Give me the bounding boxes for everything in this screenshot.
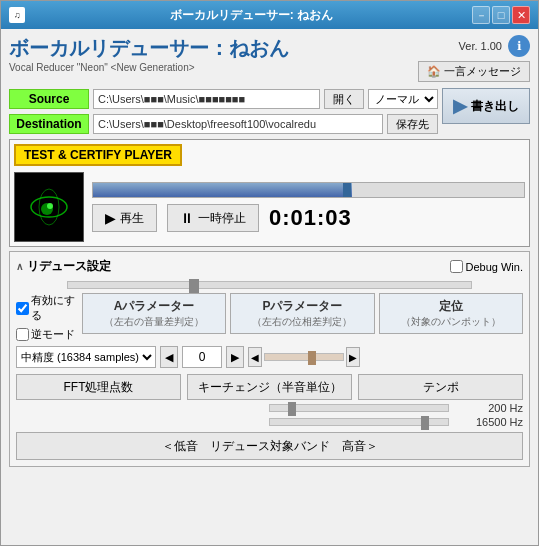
freq-label-1: 200 Hz <box>453 402 523 414</box>
header-area: ボーカルリデューサー：ねおん Vocal Reducer "Neon" <New… <box>9 35 530 82</box>
close-button[interactable]: ✕ <box>512 6 530 24</box>
enable-checkbox-area: 有効にする <box>16 293 76 323</box>
maximize-button[interactable]: □ <box>492 6 510 24</box>
freq-thumb-2[interactable] <box>421 416 429 430</box>
file-rows-left: Source C:\Users\■■■\Music\■■■■■■■ 開く ノーマ… <box>9 88 438 135</box>
freq-row-1: 200 Hz <box>269 402 523 414</box>
time-display: 0:01:03 <box>269 205 352 231</box>
freq-thumb-1[interactable] <box>288 402 296 416</box>
destination-label: Destination <box>9 114 89 134</box>
collapse-button[interactable]: ∧ <box>16 261 23 272</box>
play-button[interactable]: ▶ 再生 <box>92 204 157 232</box>
freq-section: 200 Hz 16500 Hz <box>16 402 523 428</box>
app-icon: ♫ <box>9 7 25 23</box>
app-title-area: ボーカルリデューサー：ねおん Vocal Reducer "Neon" <New… <box>9 35 418 73</box>
destination-path: C:\Users\■■■\Desktop\freesoft100\vocalre… <box>93 114 383 134</box>
source-path: C:\Users\■■■\Music\■■■■■■■ <box>93 89 320 109</box>
player-inner: ▶ 再生 ⏸ 一時停止 0:01:03 <box>14 172 525 242</box>
mode-select[interactable]: ノーマル <box>368 89 438 109</box>
function-buttons: FFT処理点数 キーチェンジ（半音単位） テンポ <box>16 374 523 400</box>
main-slider-thumb[interactable] <box>189 279 199 293</box>
window-controls: － □ ✕ <box>472 6 530 24</box>
main-content: ボーカルリデューサー：ねおん Vocal Reducer "Neon" <New… <box>1 29 538 545</box>
svg-point-4 <box>47 203 53 209</box>
reverse-checkbox-area: 逆モード <box>16 327 76 342</box>
header-right: Ver. 1.00 ℹ 🏠 一言メッセージ <box>418 35 530 82</box>
pos-slider-thumb[interactable] <box>308 351 316 365</box>
value-left-button[interactable]: ◀ <box>160 346 178 368</box>
test-certify-label: TEST & CERTIFY PLAYER <box>14 144 182 166</box>
param-p-box: Pパラメーター （左右の位相差判定） <box>230 293 374 334</box>
player-controls: ▶ 再生 ⏸ 一時停止 0:01:03 <box>92 182 525 232</box>
file-rows: Source C:\Users\■■■\Music\■■■■■■■ 開く ノーマ… <box>9 88 530 135</box>
visualizer <box>14 172 84 242</box>
freq-slider-2[interactable] <box>269 418 449 426</box>
source-label: Source <box>9 89 89 109</box>
progress-slider[interactable] <box>92 182 525 198</box>
pos-slider-track[interactable] <box>264 353 344 361</box>
reduce-slider-row <box>16 281 523 289</box>
main-window: ♫ ボーカルリデューサー: ねおん － □ ✕ ボーカルリデューサー：ねおん V… <box>0 0 539 546</box>
source-row: Source C:\Users\■■■\Music\■■■■■■■ 開く ノーマ… <box>9 88 438 110</box>
fft-button[interactable]: FFT処理点数 <box>16 374 181 400</box>
play-icon: ▶ <box>105 210 116 226</box>
app-title: ボーカルリデューサー：ねおん <box>9 35 418 62</box>
info-button[interactable]: ℹ <box>508 35 530 57</box>
precision-select[interactable]: 中精度 (16384 samples) <box>16 346 156 368</box>
title-bar: ♫ ボーカルリデューサー: ねおん － □ ✕ <box>1 1 538 29</box>
debug-checkbox[interactable] <box>450 260 463 273</box>
pos-slider-right-btn[interactable]: ▶ <box>346 347 360 367</box>
message-button[interactable]: 🏠 一言メッセージ <box>418 61 530 82</box>
value-right-button[interactable]: ▶ <box>226 346 244 368</box>
progress-thumb[interactable] <box>343 183 351 197</box>
window-title: ボーカルリデューサー: ねおん <box>31 7 472 24</box>
pos-slider-left-btn[interactable]: ◀ <box>248 347 262 367</box>
freq-row-2: 16500 Hz <box>269 416 523 428</box>
tempo-button[interactable]: テンポ <box>358 374 523 400</box>
destination-row: Destination C:\Users\■■■\Desktop\freesof… <box>9 113 438 135</box>
open-button[interactable]: 開く <box>324 89 364 109</box>
freq-label-2: 16500 Hz <box>453 416 523 428</box>
main-slider[interactable] <box>67 281 473 289</box>
player-section: TEST & CERTIFY PLAYER <box>9 139 530 247</box>
save-dest-button[interactable]: 保存先 <box>387 114 438 134</box>
write-arrow-icon: ▶ <box>453 95 467 117</box>
minimize-button[interactable]: － <box>472 6 490 24</box>
band-button[interactable]: ＜低音 リデュース対象バンド 高音＞ <box>16 432 523 460</box>
bottom-controls: 中精度 (16384 samples) ◀ 0 ▶ ◀ ▶ <box>16 346 523 368</box>
reduce-controls: 有効にする 逆モード Aパラメーター （左右の音量差判定） Pパラメーター （左… <box>16 293 523 342</box>
pause-button[interactable]: ⏸ 一時停止 <box>167 204 259 232</box>
key-change-button[interactable]: キーチェンジ（半音単位） <box>187 374 352 400</box>
reduce-section: ∧ リデュース設定 Debug Win. 有効に <box>9 251 530 467</box>
debug-checkbox-area: Debug Win. <box>450 260 523 273</box>
reduce-title: ∧ リデュース設定 <box>16 258 111 275</box>
position-slider-area: ◀ ▶ <box>248 347 360 367</box>
enable-checkbox[interactable] <box>16 302 29 315</box>
controls-row: ▶ 再生 ⏸ 一時停止 0:01:03 <box>92 204 525 232</box>
reverse-checkbox[interactable] <box>16 328 29 341</box>
param-pos-box: 定位 （対象のパンポット） <box>379 293 523 334</box>
freq-slider-1[interactable] <box>269 404 449 412</box>
left-controls: 有効にする 逆モード <box>16 293 76 342</box>
pause-icon: ⏸ <box>180 210 194 226</box>
version-text: Ver. 1.00 <box>459 40 502 52</box>
write-button[interactable]: ▶ 書き出し <box>442 88 530 124</box>
home-icon: 🏠 <box>427 65 441 78</box>
app-subtitle: Vocal Reducer "Neon" <New Generation> <box>9 62 418 73</box>
reduce-header: ∧ リデュース設定 Debug Win. <box>16 258 523 275</box>
param-boxes: Aパラメーター （左右の音量差判定） Pパラメーター （左右の位相差判定） 定位… <box>82 293 523 334</box>
center-value-display: 0 <box>182 346 222 368</box>
param-a-box: Aパラメーター （左右の音量差判定） <box>82 293 226 334</box>
progress-fill <box>93 183 352 197</box>
